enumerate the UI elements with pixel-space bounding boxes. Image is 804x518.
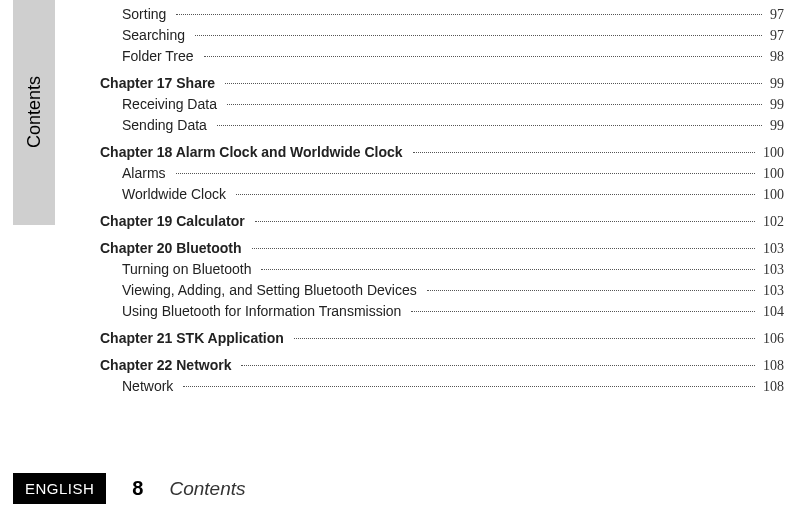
toc-label: Viewing, Adding, and Setting Bluetooth D… [122, 282, 423, 298]
toc-subitem: Using Bluetooth for Information Transmis… [100, 303, 784, 320]
toc-label: Chapter 22 Network [100, 357, 237, 373]
footer: ENGLISH 8 Contents [13, 473, 246, 504]
toc-label: Chapter 17 Share [100, 75, 221, 91]
leader-dots [413, 152, 755, 153]
toc-subitem: Alarms100 [100, 165, 784, 182]
toc-subitem: Receiving Data99 [100, 96, 784, 113]
toc-page: 100 [759, 166, 784, 182]
toc-subitem: Searching97 [100, 27, 784, 44]
toc-label: Chapter 18 Alarm Clock and Worldwide Clo… [100, 144, 409, 160]
toc-page: 108 [759, 358, 784, 374]
toc-page: 99 [766, 76, 784, 92]
footer-title: Contents [169, 478, 245, 500]
toc-page: 99 [766, 118, 784, 134]
toc-label: Turning on Bluetooth [122, 261, 257, 277]
toc-page: 104 [759, 304, 784, 320]
leader-dots [241, 365, 755, 366]
toc-subitem: Viewing, Adding, and Setting Bluetooth D… [100, 282, 784, 299]
toc-label: Worldwide Clock [122, 186, 232, 202]
leader-dots [261, 269, 755, 270]
toc-page: 97 [766, 7, 784, 23]
toc-page: 100 [759, 187, 784, 203]
toc-page: 103 [759, 241, 784, 257]
toc-label: Sorting [122, 6, 172, 22]
language-badge: ENGLISH [13, 473, 106, 504]
toc-page: 106 [759, 331, 784, 347]
toc-page: 97 [766, 28, 784, 44]
leader-dots [183, 386, 755, 387]
toc-chapter: Chapter 21 STK Application106 [100, 330, 784, 347]
toc-subitem: Network108 [100, 378, 784, 395]
leader-dots [255, 221, 755, 222]
toc-label: Sending Data [122, 117, 213, 133]
toc-label: Searching [122, 27, 191, 43]
toc-page: 102 [759, 214, 784, 230]
leader-dots [411, 311, 755, 312]
table-of-contents: Sorting97Searching97Folder Tree98Chapter… [100, 6, 784, 399]
toc-subitem: Worldwide Clock100 [100, 186, 784, 203]
toc-label: Chapter 19 Calculator [100, 213, 251, 229]
toc-subitem: Sorting97 [100, 6, 784, 23]
leader-dots [176, 14, 762, 15]
leader-dots [195, 35, 762, 36]
leader-dots [236, 194, 755, 195]
toc-chapter: Chapter 20 Bluetooth103 [100, 240, 784, 257]
leader-dots [225, 83, 762, 84]
toc-label: Chapter 21 STK Application [100, 330, 290, 346]
leader-dots [217, 125, 762, 126]
toc-subitem: Turning on Bluetooth103 [100, 261, 784, 278]
toc-subitem: Folder Tree98 [100, 48, 784, 65]
leader-dots [252, 248, 755, 249]
leader-dots [427, 290, 755, 291]
toc-chapter: Chapter 22 Network108 [100, 357, 784, 374]
toc-chapter: Chapter 18 Alarm Clock and Worldwide Clo… [100, 144, 784, 161]
side-tab: Contents [13, 0, 55, 225]
toc-subitem: Sending Data99 [100, 117, 784, 134]
leader-dots [176, 173, 755, 174]
side-tab-label: Contents [24, 76, 45, 148]
toc-page: 103 [759, 283, 784, 299]
toc-page: 108 [759, 379, 784, 395]
toc-page: 98 [766, 49, 784, 65]
leader-dots [294, 338, 755, 339]
leader-dots [227, 104, 762, 105]
page-number: 8 [132, 477, 143, 500]
leader-dots [204, 56, 762, 57]
toc-label: Folder Tree [122, 48, 200, 64]
toc-chapter: Chapter 17 Share99 [100, 75, 784, 92]
toc-label: Network [122, 378, 179, 394]
toc-chapter: Chapter 19 Calculator102 [100, 213, 784, 230]
toc-label: Receiving Data [122, 96, 223, 112]
toc-label: Chapter 20 Bluetooth [100, 240, 248, 256]
toc-page: 99 [766, 97, 784, 113]
toc-page: 103 [759, 262, 784, 278]
toc-label: Alarms [122, 165, 172, 181]
toc-label: Using Bluetooth for Information Transmis… [122, 303, 407, 319]
toc-page: 100 [759, 145, 784, 161]
